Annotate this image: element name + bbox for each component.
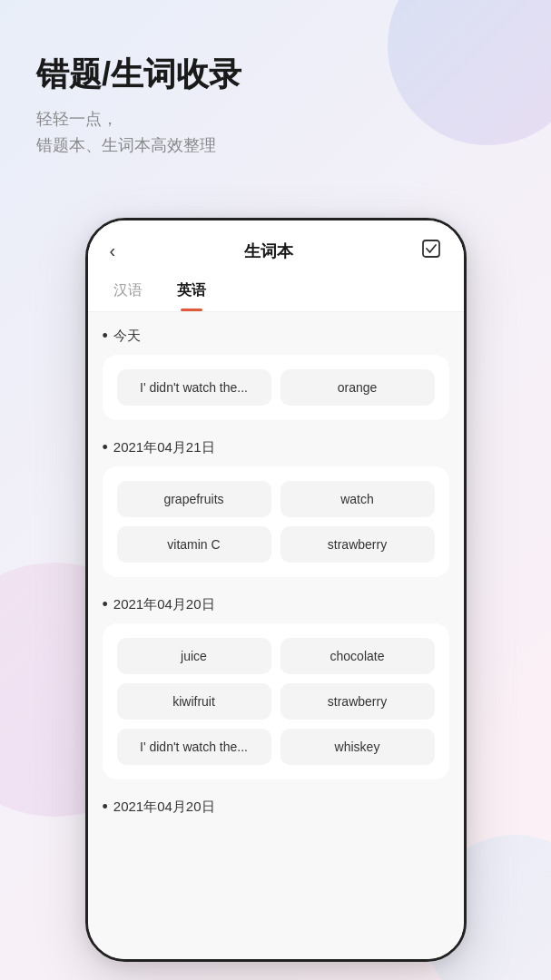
word-chip[interactable]: watch: [280, 481, 435, 517]
nav-title: 生词本: [244, 240, 293, 262]
section-label-0421: 2021年04月21日: [103, 438, 449, 457]
word-chip[interactable]: grapefruits: [117, 481, 271, 517]
page-title: 错题/生词收录: [36, 54, 515, 93]
word-chip[interactable]: strawberry: [280, 683, 435, 720]
word-group-today: I' didn't watch the... orange: [103, 355, 449, 420]
section-label-today: 今天: [103, 327, 449, 346]
section-label-0420: 2021年04月20日: [103, 595, 449, 614]
header-section: 错题/生词收录 轻轻一点， 错题本、生词本高效整理: [0, 0, 551, 177]
word-chip[interactable]: I' didn't watch the...: [117, 369, 271, 406]
content-area: 今天 I' didn't watch the... orange 2021年04…: [88, 312, 464, 959]
word-group-0421: grapefruits watch vitamin C strawberry: [103, 466, 449, 577]
action-button[interactable]: [421, 239, 441, 263]
word-chip[interactable]: chocolate: [280, 638, 435, 674]
word-chip[interactable]: I' didn't watch the...: [117, 729, 271, 765]
word-chip[interactable]: whiskey: [280, 729, 435, 765]
back-button[interactable]: ‹: [110, 240, 116, 261]
section-label-0420b: 2021年04月20日: [103, 798, 449, 817]
page-subtitle: 轻轻一点， 错题本、生词本高效整理: [36, 106, 515, 159]
svg-rect-0: [423, 240, 439, 257]
word-chip[interactable]: vitamin C: [117, 526, 271, 563]
tab-english[interactable]: 英语: [173, 274, 210, 311]
tabs-bar: 汉语 英语: [88, 274, 464, 312]
tab-chinese[interactable]: 汉语: [110, 274, 146, 311]
word-group-0420: juice chocolate kiwifruit strawberry I' …: [103, 623, 449, 779]
word-chip[interactable]: kiwifruit: [117, 683, 271, 720]
phone-mockup: ‹ 生词本 汉语 英语 今天 I' didn't watch the.: [85, 218, 467, 962]
nav-bar: ‹ 生词本: [88, 220, 464, 274]
word-chip[interactable]: orange: [280, 369, 435, 406]
word-chip[interactable]: juice: [117, 638, 271, 674]
word-chip[interactable]: strawberry: [280, 526, 435, 563]
phone-screen: ‹ 生词本 汉语 英语 今天 I' didn't watch the.: [88, 220, 464, 959]
